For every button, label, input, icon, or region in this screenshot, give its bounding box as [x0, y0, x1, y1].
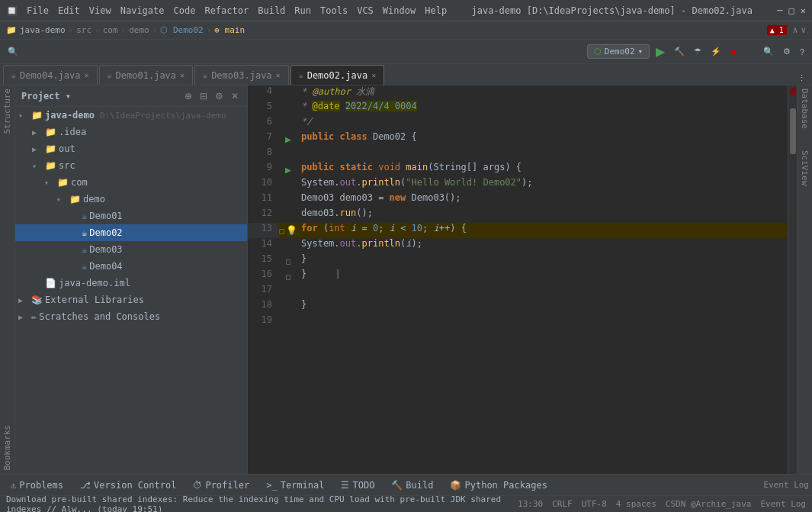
- window-title: java-demo [D:\IdeaProjects\java-demo] - …: [447, 5, 777, 16]
- tree-item-idea[interactable]: ▶ 📁 .idea: [15, 124, 247, 140]
- todo-label: TODO: [352, 480, 374, 491]
- side-panel-sciview[interactable]: SciView: [798, 147, 811, 188]
- breadcrumb-main[interactable]: ⊕ main: [214, 25, 245, 35]
- breadcrumb-item[interactable]: 📁: [6, 25, 17, 35]
- run-button[interactable]: ▶: [653, 43, 668, 60]
- scrollbar-thumb[interactable]: [790, 108, 796, 154]
- tree-path-java-demo: D:\IdeaProjects\java-demo: [100, 111, 226, 121]
- menu-run[interactable]: Run: [294, 5, 311, 16]
- minimize-button[interactable]: ─: [777, 5, 782, 16]
- tree-item-src[interactable]: ▾ 📁 src: [15, 157, 247, 174]
- tree-item-scratches[interactable]: ▶ ✏ Scratches and Consoles: [15, 308, 247, 325]
- indent-info: 4 spaces: [616, 499, 656, 509]
- bottom-tab-python-packages[interactable]: 📦 Python Packages: [442, 476, 554, 494]
- run-config-selector[interactable]: ⬡ Demo02 ▾: [587, 44, 650, 59]
- close-button[interactable]: ✕: [801, 5, 806, 16]
- side-panel-bookmarks[interactable]: Bookmarks: [1, 422, 14, 474]
- coverage-button[interactable]: ☂: [691, 45, 704, 58]
- tab-close-demo01[interactable]: ✕: [180, 71, 185, 79]
- breadcrumb-java-demo[interactable]: java-demo: [20, 25, 66, 35]
- terminal-icon: >_: [266, 480, 277, 491]
- menu-bar[interactable]: 🔲 File Edit View Navigate Code Refactor …: [6, 5, 447, 16]
- menu-edit[interactable]: Edit: [58, 5, 80, 16]
- side-panel-structure[interactable]: Structure: [1, 85, 14, 137]
- tab-close-demo03[interactable]: ✕: [276, 71, 281, 79]
- editor-scrollbar[interactable]: [788, 85, 797, 474]
- tree-item-iml[interactable]: 📄 java-demo.iml: [15, 275, 247, 291]
- settings-button[interactable]: ⚙: [780, 45, 794, 58]
- run-config-dropdown-icon[interactable]: ▾: [638, 47, 644, 56]
- tab-demo02[interactable]: ☕ Demo02.java ✕: [290, 65, 385, 85]
- menu-help[interactable]: Help: [425, 5, 447, 16]
- tree-item-out[interactable]: ▶ 📁 out: [15, 140, 247, 157]
- bottom-tab-problems[interactable]: ⚠ Problems: [3, 476, 71, 494]
- tab-demo01[interactable]: ☕ Demo01.java ✕: [99, 65, 194, 85]
- menu-view[interactable]: View: [89, 5, 111, 16]
- build-label: Build: [406, 480, 433, 491]
- breadcrumb-demo[interactable]: demo: [129, 25, 149, 35]
- menu-file[interactable]: File: [27, 5, 49, 16]
- folder-icon-idea: 📁: [45, 127, 56, 137]
- breadcrumb-demo02[interactable]: ⬡ Demo02: [160, 25, 203, 35]
- tree-item-com[interactable]: ▾ 📁 com: [15, 174, 247, 191]
- toolbar-search-everywhere[interactable]: 🔍: [5, 45, 21, 58]
- help-button[interactable]: ?: [797, 46, 807, 58]
- tree-item-ext-libs[interactable]: ▶ 📚 External Libraries: [15, 291, 247, 308]
- event-log-status[interactable]: Event Log: [760, 499, 806, 509]
- tree-item-demo01[interactable]: ☕ Demo01: [15, 208, 247, 224]
- tree-item-demo04[interactable]: ☕ Demo04: [15, 258, 247, 275]
- nav-prev[interactable]: ∧: [793, 25, 798, 35]
- run-gutter-9[interactable]: ▶: [285, 164, 291, 175]
- restore-button[interactable]: □: [789, 5, 794, 16]
- stop-button[interactable]: ■: [727, 46, 739, 58]
- bottom-tab-todo[interactable]: ☰ TODO: [333, 476, 382, 494]
- menu-tools[interactable]: Tools: [320, 5, 348, 16]
- window-controls[interactable]: ─ □ ✕: [777, 5, 806, 16]
- sidebar-gear-button[interactable]: ⚙: [213, 90, 226, 102]
- search-button[interactable]: 🔍: [760, 45, 777, 58]
- tree-arrow: ▾: [18, 111, 29, 120]
- cursor-indicator: |: [335, 269, 340, 279]
- build-button[interactable]: 🔨: [671, 45, 688, 58]
- menu-build[interactable]: Build: [258, 5, 285, 16]
- menu-window[interactable]: Window: [383, 5, 416, 16]
- tree-arrow-idea: ▶: [32, 128, 43, 137]
- tree-item-demo02[interactable]: ☕ Demo02: [15, 224, 247, 241]
- breadcrumb: 📁 java-demo › src › com › demo › ⬡ Demo0…: [0, 21, 812, 40]
- tab-demo04[interactable]: ☕ Demo04.java ✕: [3, 65, 98, 85]
- tab-close-demo02[interactable]: ✕: [371, 71, 376, 79]
- scratches-icon: ✏: [31, 311, 37, 322]
- menu-code[interactable]: Code: [174, 5, 196, 16]
- profile-button[interactable]: ⚡: [708, 45, 724, 58]
- title-bar: 🔲 File Edit View Navigate Code Refactor …: [0, 0, 812, 21]
- bottom-tab-build[interactable]: 🔨 Build: [384, 476, 441, 494]
- breadcrumb-src[interactable]: src: [76, 25, 91, 35]
- tab-close-demo04[interactable]: ✕: [85, 71, 89, 79]
- code-line-4: 4 * @author 水滴: [248, 85, 788, 101]
- run-config-icon: ⬡: [594, 47, 602, 56]
- sidebar-close-button[interactable]: ✕: [229, 90, 241, 102]
- menu-navigate[interactable]: Navigate: [120, 5, 165, 16]
- tab-menu-button[interactable]: ⋮: [794, 72, 809, 85]
- tree-item-demo[interactable]: ▾ 📁 demo: [15, 191, 247, 208]
- menu-vcs[interactable]: VCS: [357, 5, 374, 16]
- tree-label-demo01: Demo01: [89, 211, 122, 221]
- bottom-tab-profiler[interactable]: ⏱ Profiler: [185, 476, 257, 494]
- sidebar-add-button[interactable]: ⊕: [182, 90, 194, 102]
- run-gutter-7[interactable]: ▶: [285, 134, 291, 145]
- nav-next[interactable]: ∨: [801, 25, 806, 35]
- bottom-tab-terminal[interactable]: >_ Terminal: [258, 476, 332, 494]
- folder-icon-out: 📁: [45, 143, 56, 154]
- code-line-19: 19: [248, 314, 788, 330]
- tree-item-java-demo[interactable]: ▾ 📁 java-demo D:\IdeaProjects\java-demo: [15, 107, 247, 124]
- sidebar-collapse-all[interactable]: ⊟: [197, 90, 210, 102]
- side-panel-database[interactable]: Database: [798, 85, 811, 132]
- project-sidebar: Project ▾ ⊕ ⊟ ⚙ ✕ ▾ 📁 java-demo D:\IdeaP…: [15, 85, 248, 474]
- menu-refactor[interactable]: Refactor: [204, 5, 249, 16]
- breadcrumb-com[interactable]: com: [103, 25, 118, 35]
- event-log-label[interactable]: Event Log: [763, 480, 809, 490]
- tree-item-demo03[interactable]: ☕ Demo03: [15, 241, 247, 258]
- tab-demo03[interactable]: ☕ Demo03.java ✕: [194, 65, 289, 85]
- code-editor[interactable]: 4 * @author 水滴 5 * @date 2022/4/4 0004: [248, 85, 788, 474]
- bottom-tab-version-control[interactable]: ⎇ Version Control: [72, 476, 184, 494]
